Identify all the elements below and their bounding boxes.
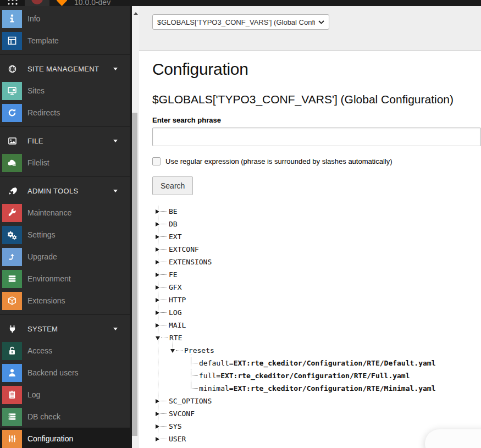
tree-node-label[interactable]: SYS (169, 422, 181, 430)
tree-connector-icon (191, 357, 198, 363)
module-menu-toggle[interactable] (0, 0, 25, 6)
main-scrollbar[interactable] (132, 6, 139, 448)
sidebar-item-label: DB check (27, 412, 60, 421)
grid-icon (7, 0, 19, 6)
sidebar-item-label: Filelist (27, 158, 49, 167)
search-input[interactable] (152, 128, 481, 146)
tree-connector-icon (161, 325, 167, 325)
search-phrase-label: Enter search phrase (152, 116, 481, 124)
sidebar-group-header-admin-tools[interactable]: ADMIN TOOLS (0, 180, 130, 202)
shield-icon (57, 0, 67, 6)
user-icon (2, 364, 22, 382)
sidebar-item-extensions[interactable]: Extensions (0, 290, 130, 312)
tree-connector-icon (161, 426, 167, 427)
tree-node-label[interactable]: EXTENSIONS (169, 258, 212, 266)
tree-node-value: EXT:rte_ckeditor/Configuration/RTE/Defau… (234, 359, 436, 367)
sidebar-item-label: Extensions (27, 296, 65, 305)
tree-node-label[interactable]: GFX (169, 283, 181, 291)
sidebar-group-label: SITE MANAGEMENT (27, 65, 113, 73)
tree-node-label[interactable]: minimal (199, 384, 229, 392)
sidebar-group: InfoTemplate (0, 6, 130, 52)
chevron-down-icon (113, 68, 118, 70)
tree-node-label[interactable]: RTE (169, 334, 182, 342)
tree-node-gfx: GFX (156, 281, 481, 294)
search-button[interactable]: Search (152, 176, 193, 195)
tree-node-label[interactable]: SVCONF (169, 410, 195, 418)
tree-connector-icon (161, 224, 167, 224)
sidebar-item-log[interactable]: Log (0, 384, 130, 406)
sidebar-item-maintenance[interactable]: Maintenance (0, 202, 130, 224)
sidebar-item-environment[interactable]: Environment (0, 268, 130, 290)
regex-checkbox[interactable] (152, 157, 161, 165)
tree-connector-icon (161, 338, 168, 338)
tree-connector-icon (161, 287, 167, 287)
tree-line (158, 206, 158, 439)
sidebar-group-header-system[interactable]: SYSTEM (0, 318, 130, 340)
tree-node-label[interactable]: BE (169, 207, 178, 215)
tree-node-label[interactable]: EXT (169, 233, 181, 241)
tree-node-label[interactable]: SC_OPTIONS (169, 397, 212, 405)
sidebar-group-header-file[interactable]: FILE (0, 130, 130, 152)
sidebar-item-label: Backend users (27, 368, 79, 377)
scrollbar-thumb[interactable] (132, 113, 137, 436)
sidebar-item-sites[interactable]: Sites (0, 80, 130, 102)
tree-connector-icon (161, 262, 167, 262)
sidebar-group-header-site-management[interactable]: SITE MANAGEMENT (0, 58, 130, 80)
tree-node-label[interactable]: LOG (169, 308, 181, 317)
sidebar-item-access[interactable]: Access (0, 340, 130, 362)
tree-node-label[interactable]: default (199, 359, 229, 367)
chevron-down-icon (113, 328, 118, 330)
sidebar-item-label: Redirects (27, 108, 60, 117)
tree-node-label[interactable]: FE (169, 270, 178, 279)
tree-node-default: default = EXT:rte_ckeditor/Configuration… (191, 357, 481, 369)
globe-icon (2, 64, 22, 74)
tree-node-value: EXT:rte_ckeditor/Configuration/RTE/Minim… (234, 384, 436, 392)
tree-node-extensions: EXTENSIONS (156, 256, 481, 268)
sidebar-item-label: Info (27, 14, 40, 23)
tree-connector-icon (191, 382, 198, 389)
config-tree: BEDBEXTEXTCONFEXTENSIONSFEGFXHTTPLOGMAIL… (156, 205, 481, 445)
tree-node-label[interactable]: HTTP (169, 296, 186, 304)
sidebar-item-label: Log (27, 390, 40, 399)
sidebar-nav: InfoTemplateSITE MANAGEMENTSitesRedirect… (0, 6, 132, 448)
tree-node-log: LOG (156, 306, 481, 319)
tree-node-label[interactable]: EXTCONF (169, 245, 199, 253)
tree-node-label[interactable]: full (199, 372, 216, 380)
scrollbar-up-arrow-icon[interactable] (134, 12, 138, 15)
sidebar-item-label: Configuration (27, 434, 73, 443)
equals-sign: = (216, 372, 220, 380)
tree-connector-icon (161, 274, 167, 275)
sidebar-item-info[interactable]: Info (0, 8, 130, 30)
wrench-icon (2, 204, 22, 222)
sidebar-item-filelist[interactable]: Filelist (0, 152, 130, 174)
docheader: $GLOBALS['TYPO3_CONF_VARS'] (Global Conf… (139, 6, 481, 51)
tree-connector-icon (161, 401, 167, 401)
sidebar-group: SYSTEMAccessBackend usersLogDB checkConf… (0, 314, 130, 448)
tree-node-label[interactable]: DB (169, 220, 178, 228)
tree-node-mail: MAIL (156, 319, 481, 331)
gears-icon (2, 226, 22, 244)
server-icon (2, 270, 22, 288)
tree-line (173, 341, 173, 351)
sidebar-item-label: Sites (27, 86, 45, 95)
tree-connector-icon (161, 300, 167, 300)
floating-panel (425, 429, 481, 448)
tree-node-label[interactable]: USER (169, 435, 186, 443)
sidebar-item-backend-users[interactable]: Backend users (0, 362, 130, 384)
rocket-icon (2, 186, 22, 196)
sidebar-item-upgrade[interactable]: Upgrade (0, 246, 130, 268)
sidebar-item-settings[interactable]: Settings (0, 224, 130, 246)
tree-node-label[interactable]: MAIL (169, 321, 186, 329)
topbar-version-area[interactable]: 10.0.0-dev (49, 0, 481, 6)
sidebar-item-db-check[interactable]: DB check (0, 406, 130, 428)
sites-icon (2, 82, 22, 100)
conf-vars-select[interactable]: $GLOBALS['TYPO3_CONF_VARS'] (Global Conf… (152, 14, 329, 30)
sidebar-item-configuration[interactable]: Configuration (0, 428, 130, 448)
tree-connector-icon (191, 369, 198, 376)
sidebar-item-label: Upgrade (27, 252, 57, 261)
typo3-logo[interactable] (25, 0, 49, 6)
sidebar-item-template[interactable]: Template (0, 30, 130, 52)
tree-node-label[interactable]: Presets (184, 346, 214, 355)
sidebar-item-redirects[interactable]: Redirects (0, 102, 130, 124)
tree-connector-icon (161, 236, 167, 237)
